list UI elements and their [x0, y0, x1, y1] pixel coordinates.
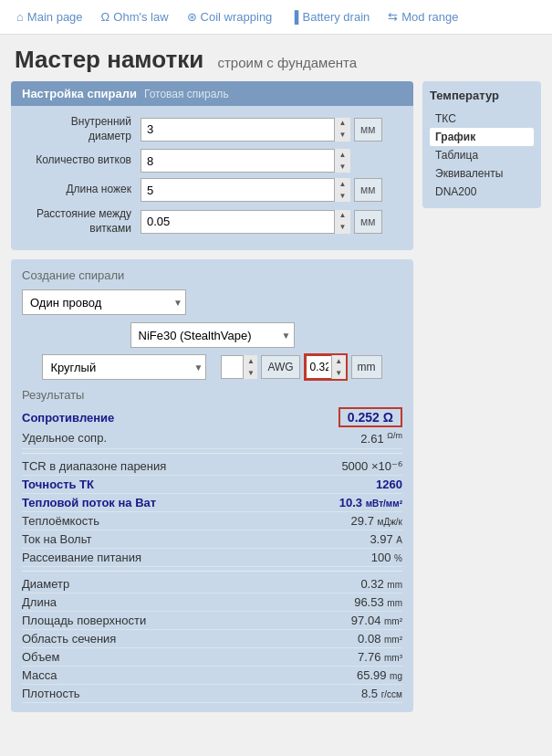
inner-diameter-spinners: ▲ ▼ [334, 118, 350, 142]
surface-value: 97.04 mm² [351, 614, 402, 627]
temp-graph[interactable]: График [430, 128, 534, 146]
divider1 [22, 453, 402, 454]
temp-dna200[interactable]: DNA200 [430, 183, 534, 201]
turns-input[interactable] [141, 149, 350, 173]
heat-capacity-value: 29.7 мДж/к [351, 514, 402, 528]
awg2-spinner: ▲ ▼ [304, 353, 348, 381]
awg-unit: mm [351, 355, 382, 379]
nav-bar: ⌂ Main page Ω Ohm's law ⊛ Coil wrapping … [0, 0, 552, 35]
inner-diameter-spinner: ▲ ▼ [141, 118, 350, 142]
specific-resistance-label: Удельное сопр. [22, 431, 107, 446]
wire-material-row: Один провод Два провода Три провода ▼ [22, 289, 402, 315]
spacing-unit: мм [354, 210, 382, 234]
creation-section: Создание спирали Один провод Два провода… [11, 259, 413, 711]
heat-flow-row: Тепловой поток на Ват 10.3 мВт/мм² [22, 494, 402, 512]
specific-resistance-row: Удельное сопр. 2.61 Ω/m [22, 429, 402, 448]
current-volt-label: Ток на Вольт [22, 532, 91, 546]
temp-tks[interactable]: ТКС [430, 110, 534, 128]
inner-diameter-down[interactable]: ▼ [335, 130, 350, 142]
turns-spinner: ▲ ▼ [141, 149, 350, 173]
turns-up[interactable]: ▲ [335, 149, 350, 161]
right-panel: Температур ТКС График Таблица Эквивалент… [422, 81, 541, 721]
leg-length-spinner: ▲ ▼ [141, 178, 350, 202]
diameter-row: Диаметр 0.32 mm [22, 575, 402, 593]
left-panel: Настройка спирали Готовая спираль Внутре… [11, 81, 413, 721]
awg-area: ▲ ▼ AWG ▲ ▼ mm [221, 353, 381, 381]
volume-label: Объем [22, 650, 59, 664]
mass-value: 65.99 mg [357, 668, 402, 682]
mass-row: Масса 65.99 mg [22, 667, 402, 685]
tcr-value: 5000 ×10⁻⁶ [341, 459, 402, 473]
temp-table[interactable]: Таблица [430, 146, 534, 164]
nav-battery-drain[interactable]: ▐ Battery drain [281, 3, 379, 31]
leg-length-row: Длина ножек ▲ ▼ мм [22, 178, 402, 202]
temp-equiv[interactable]: Эквиваленты [430, 164, 534, 183]
leg-length-input-wrap: ▲ ▼ мм [141, 178, 382, 202]
dissipation-row: Рассеивание питания 100 % [22, 549, 402, 567]
resistance-value: 0.252 Ω [338, 407, 402, 427]
awg1-up[interactable]: ▲ [244, 355, 257, 367]
heat-capacity-label: Теплоёмкость [22, 514, 99, 528]
turns-label: Количество витков [22, 153, 141, 168]
turns-spinners: ▲ ▼ [334, 149, 350, 173]
spacing-up[interactable]: ▲ [335, 210, 350, 222]
inner-diameter-row: Внутреннийдиаметр ▲ ▼ мм [22, 115, 402, 143]
spacing-spinner: ▲ ▼ [141, 210, 350, 234]
length-row: Длина 96.53 mm [22, 593, 402, 612]
nav-coil-wrapping[interactable]: ⊛ Coil wrapping [178, 3, 282, 31]
leg-length-down[interactable]: ▼ [335, 190, 350, 202]
nav-mod-range[interactable]: ⇆ Mod range [379, 3, 467, 31]
length-label: Длина [22, 595, 57, 609]
leg-length-input[interactable] [141, 178, 350, 202]
length-value: 96.53 mm [354, 595, 402, 609]
leg-length-label: Длина ножек [22, 183, 141, 197]
inner-diameter-label: Внутреннийдиаметр [22, 115, 141, 143]
awg1-down[interactable]: ▼ [244, 367, 257, 379]
mod-icon: ⇆ [388, 10, 398, 24]
wire-type-select[interactable]: Один провод Два провода Три провода [22, 289, 186, 315]
material-shape-area: NiFe30 (StealthVape) Kanthal A1 Nichrome… [22, 322, 402, 381]
leg-length-up[interactable]: ▲ [335, 178, 350, 190]
turns-down[interactable]: ▼ [335, 161, 350, 173]
surface-label: Площадь поверхности [22, 614, 146, 627]
ohm-icon: Ω [101, 10, 110, 24]
cross-label: Область сечения [22, 632, 116, 646]
inner-diameter-input-wrap: ▲ ▼ мм [141, 118, 382, 142]
battery-icon: ▐ [290, 10, 298, 24]
results-title: Результаты [22, 388, 402, 402]
main-content: Настройка спирали Готовая спираль Внутре… [0, 81, 552, 721]
inner-diameter-up[interactable]: ▲ [335, 118, 350, 130]
nav-ohms-law[interactable]: Ω Ohm's law [92, 3, 178, 31]
inner-diameter-input[interactable] [141, 118, 350, 142]
turns-input-wrap: ▲ ▼ [141, 149, 350, 173]
awg2-down[interactable]: ▼ [332, 367, 346, 379]
dissipation-label: Рассеивание питания [22, 551, 141, 564]
nav-main-page[interactable]: ⌂ Main page [7, 3, 92, 31]
awg2-up[interactable]: ▲ [332, 355, 346, 367]
density-row: Плотность 8.5 г/ccм [22, 685, 402, 703]
creation-title: Создание спирали [22, 268, 402, 282]
page-title: Мастер намотки строим с фундамента [15, 46, 537, 74]
cross-value: 0.08 mm² [358, 632, 402, 646]
resistance-label: Сопротивление [22, 411, 114, 425]
spacing-down[interactable]: ▼ [335, 222, 350, 234]
density-value: 8.5 г/ccм [361, 687, 402, 700]
inner-diameter-unit: мм [354, 118, 382, 142]
spacing-label: Расстояние междувитками [22, 207, 141, 236]
spacing-row: Расстояние междувитками ▲ ▼ мм [22, 207, 402, 236]
leg-length-spinners: ▲ ▼ [334, 178, 350, 202]
temperature-card: Температур ТКС График Таблица Эквивалент… [422, 81, 541, 208]
spacing-input[interactable] [141, 210, 350, 234]
tcr-row: TCR в диапазоне парения 5000 ×10⁻⁶ [22, 457, 402, 476]
shape-select[interactable]: Круглый Плоский Витой [42, 354, 206, 380]
density-label: Плотность [22, 687, 80, 700]
cross-row: Область сечения 0.08 mm² [22, 630, 402, 648]
volume-value: 7.76 mm³ [358, 650, 402, 664]
home-icon: ⌂ [16, 10, 24, 24]
temperature-title: Температур [430, 89, 534, 102]
tcr-label: TCR в диапазоне парения [22, 459, 166, 473]
shape-row: Круглый Плоский Витой ▼ ▲ ▼ [42, 353, 381, 381]
heat-flow-label: Тепловой поток на Ват [22, 496, 156, 509]
material-select[interactable]: NiFe30 (StealthVape) Kanthal A1 Nichrome… [130, 322, 295, 348]
spacing-input-wrap: ▲ ▼ мм [141, 210, 382, 234]
